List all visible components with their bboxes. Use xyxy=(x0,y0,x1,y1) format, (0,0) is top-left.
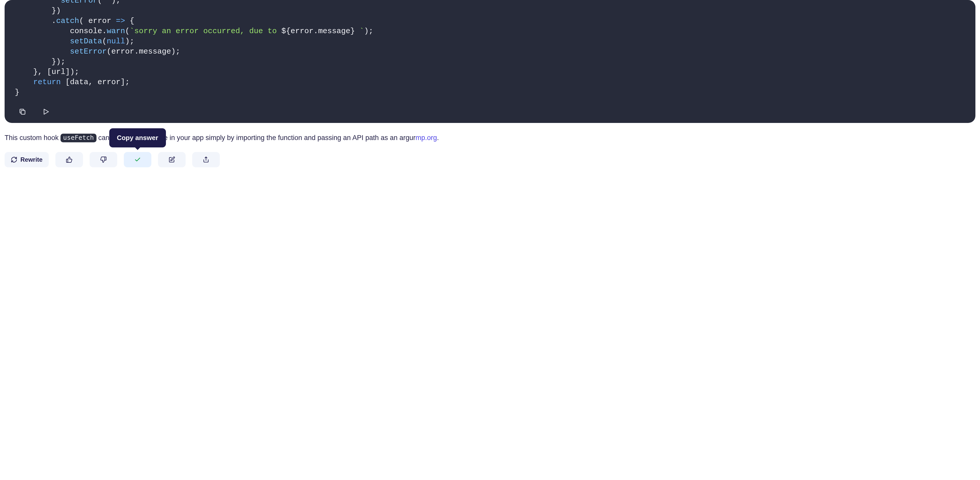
code-token: console. xyxy=(15,27,107,35)
code-token: ` xyxy=(355,27,364,35)
answer-toolbar: Rewrite xyxy=(5,152,975,167)
code-token: ( xyxy=(102,37,107,46)
code-content: setError(""); }) .catch( error => { cons… xyxy=(15,0,965,97)
code-token: warn xyxy=(107,27,125,35)
code-token: ( error xyxy=(79,17,116,25)
code-token: [data, error]; xyxy=(61,78,130,87)
copy-answer-tooltip: Copy answer xyxy=(109,128,166,147)
copy-icon xyxy=(19,108,26,116)
code-token: setError xyxy=(61,0,97,5)
refresh-icon xyxy=(11,156,18,163)
rewrite-button[interactable]: Rewrite xyxy=(5,152,49,167)
code-token: ( xyxy=(125,27,130,35)
copy-answer-button[interactable] xyxy=(124,152,151,167)
code-token: setError xyxy=(70,47,107,56)
code-token: `sorry an error occurred, due to xyxy=(130,27,281,35)
code-token xyxy=(15,37,70,46)
code-token: ( xyxy=(97,0,102,5)
code-token: ); xyxy=(125,37,134,46)
thumbs-up-icon xyxy=(66,156,73,163)
code-actions-row xyxy=(15,107,965,116)
code-token: (error.message); xyxy=(107,47,180,56)
code-line: } xyxy=(15,88,19,97)
inline-code-chip: useFetch xyxy=(60,134,96,142)
thumbs-up-button[interactable] xyxy=(56,152,83,167)
code-token: => xyxy=(116,17,125,25)
code-token xyxy=(15,78,33,87)
code-token: { xyxy=(125,17,134,25)
code-token: null xyxy=(107,37,125,46)
copy-code-button[interactable] xyxy=(18,107,27,116)
rewrite-label: Rewrite xyxy=(21,156,43,163)
thumbs-down-icon xyxy=(100,156,107,163)
code-token: return xyxy=(33,78,61,87)
svg-rect-0 xyxy=(21,111,25,114)
code-block: setError(""); }) .catch( error => { cons… xyxy=(5,0,975,123)
code-token: ${error.message} xyxy=(281,27,355,35)
code-line: }); xyxy=(15,57,65,66)
check-icon xyxy=(134,156,141,163)
run-code-button[interactable] xyxy=(41,107,51,116)
code-token: . xyxy=(15,17,56,25)
code-line: }) xyxy=(15,6,61,15)
share-icon xyxy=(203,156,209,163)
svg-marker-1 xyxy=(44,109,49,114)
code-token: setData xyxy=(70,37,102,46)
answer-link-fragment[interactable]: mp.org xyxy=(415,134,437,141)
edit-icon xyxy=(169,156,175,163)
code-token: ); xyxy=(364,27,373,35)
code-token: ); xyxy=(111,0,121,5)
code-line: }, [url]); xyxy=(15,68,79,76)
answer-text-part: . xyxy=(437,134,439,141)
play-icon xyxy=(42,108,50,116)
edit-button[interactable] xyxy=(158,152,186,167)
code-token: "" xyxy=(102,0,111,5)
code-token xyxy=(15,47,70,56)
thumbs-down-button[interactable] xyxy=(90,152,117,167)
share-button[interactable] xyxy=(192,152,220,167)
code-token: catch xyxy=(56,17,79,25)
answer-text-part: This custom hook xyxy=(5,134,60,141)
